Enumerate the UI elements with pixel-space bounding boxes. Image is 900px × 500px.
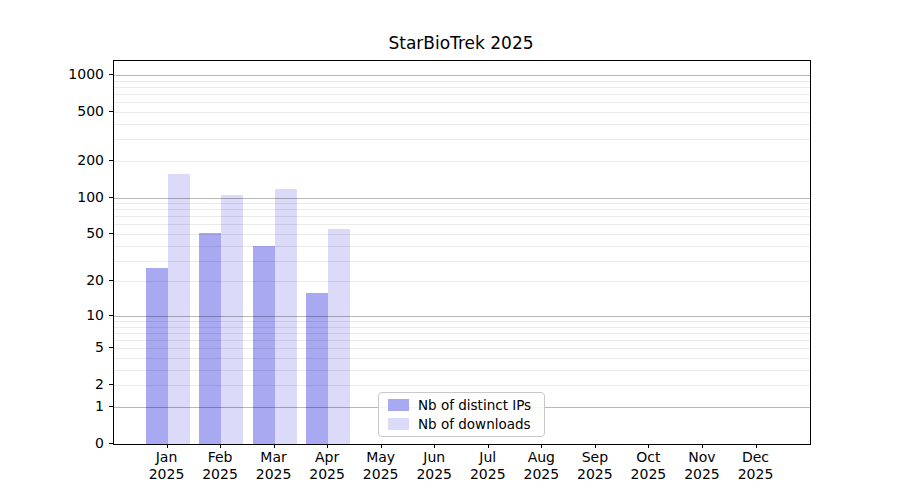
x-tick-label-dec: Dec2025 — [721, 449, 791, 483]
bar-distinct-ips-feb — [199, 233, 221, 444]
legend-swatch-downloads — [388, 418, 409, 430]
legend-row-distinct-ips: Nb of distinct IPs — [388, 397, 535, 413]
chart-canvas: StarBioTrek 2025 Nb of distinct IPs Nb o… — [0, 0, 900, 500]
minor-gridline-90 — [114, 203, 810, 204]
minor-gridline-200 — [114, 161, 810, 162]
bar-distinct-ips-mar — [253, 246, 275, 444]
x-tick-mark-may — [381, 444, 382, 448]
y-tick-mark-1 — [109, 406, 113, 407]
legend: Nb of distinct IPs Nb of downloads — [378, 392, 545, 437]
x-tick-mark-sep — [595, 444, 596, 448]
legend-row-downloads: Nb of downloads — [388, 416, 535, 432]
x-tick-mark-jan — [167, 444, 168, 448]
major-gridline-1000 — [114, 75, 810, 76]
minor-gridline-700 — [114, 94, 810, 95]
y-tick-label-50: 50 — [0, 224, 104, 242]
x-tick-mark-oct — [648, 444, 649, 448]
bar-distinct-ips-apr — [306, 293, 328, 444]
x-tick-mark-jul — [488, 444, 489, 448]
x-tick-mark-dec — [756, 444, 757, 448]
minor-gridline-500 — [114, 112, 810, 113]
legend-label-downloads: Nb of downloads — [418, 416, 531, 432]
y-tick-label-2: 2 — [0, 375, 104, 393]
legend-swatch-distinct-ips — [388, 399, 409, 411]
y-tick-mark-100 — [109, 197, 113, 198]
y-tick-mark-20 — [109, 280, 113, 281]
y-tick-label-0: 0 — [0, 434, 104, 452]
minor-gridline-80 — [114, 209, 810, 210]
minor-gridline-60 — [114, 224, 810, 225]
y-tick-label-5: 5 — [0, 338, 104, 356]
y-tick-mark-10 — [109, 315, 113, 316]
minor-gridline-900 — [114, 81, 810, 82]
x-tick-mark-jun — [434, 444, 435, 448]
x-tick-mark-nov — [702, 444, 703, 448]
bar-downloads-mar — [275, 189, 297, 444]
y-tick-label-200: 200 — [0, 151, 104, 169]
y-tick-label-500: 500 — [0, 102, 104, 120]
major-gridline-100 — [114, 198, 810, 199]
legend-label-distinct-ips: Nb of distinct IPs — [418, 397, 531, 413]
plot-area — [113, 60, 811, 445]
x-tick-mark-feb — [220, 444, 221, 448]
y-tick-label-10: 10 — [0, 306, 104, 324]
minor-gridline-70 — [114, 216, 810, 217]
y-tick-mark-5 — [109, 347, 113, 348]
x-tick-mark-apr — [327, 444, 328, 448]
y-tick-label-100: 100 — [0, 188, 104, 206]
y-tick-mark-1000 — [109, 74, 113, 75]
minor-gridline-600 — [114, 102, 810, 103]
bar-downloads-jan — [168, 174, 190, 444]
y-tick-mark-50 — [109, 233, 113, 234]
x-tick-mark-aug — [541, 444, 542, 448]
y-tick-mark-0 — [109, 443, 113, 444]
y-tick-label-20: 20 — [0, 271, 104, 289]
y-tick-mark-2 — [109, 384, 113, 385]
chart-title: StarBioTrek 2025 — [113, 33, 809, 53]
y-tick-label-1: 1 — [0, 397, 104, 415]
bar-downloads-feb — [221, 195, 243, 444]
minor-gridline-400 — [114, 124, 810, 125]
y-tick-mark-500 — [109, 111, 113, 112]
y-tick-label-1000: 1000 — [0, 65, 104, 83]
y-tick-mark-200 — [109, 160, 113, 161]
minor-gridline-800 — [114, 87, 810, 88]
bar-downloads-apr — [328, 229, 350, 444]
minor-gridline-300 — [114, 139, 810, 140]
x-tick-mark-mar — [274, 444, 275, 448]
bar-distinct-ips-jan — [146, 268, 168, 444]
